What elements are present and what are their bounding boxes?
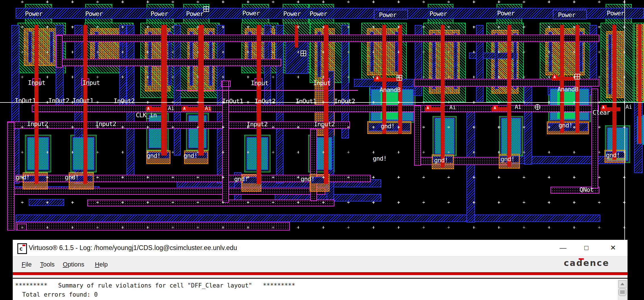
net-label: AnandB [380, 87, 400, 93]
grid-cross [397, 201, 400, 204]
grid-cross [222, 26, 224, 28]
grid-cross [96, 176, 99, 179]
grid-cross [322, 201, 325, 204]
pin-marker-A: A [602, 105, 607, 110]
grid-cross [422, 26, 425, 28]
metal2-pink-shape [591, 89, 598, 188]
grid-cross [498, 126, 500, 129]
grid-cross [347, 176, 350, 179]
metal2-pink-shape [414, 106, 421, 166]
net-label: Power [430, 11, 447, 17]
grid-cross [447, 51, 450, 53]
grid-cross [372, 101, 375, 104]
grid-cross [96, 26, 99, 28]
menu-options[interactable]: Options [63, 261, 84, 268]
grid-cross [372, 176, 375, 179]
title-bar[interactable]: c Virtuoso® 6.1.5 - Log: /home/youngj1/C… [13, 240, 628, 256]
menu-help[interactable]: Help [95, 261, 108, 268]
grid-cross [548, 1, 550, 3]
layout-canvas[interactable]: PowerPowerPowerPowerPowerPowerPowerPower… [0, 0, 644, 240]
grid-cross [21, 51, 24, 53]
net-label: gnd! [434, 157, 448, 163]
grid-cross [347, 1, 350, 3]
scroll-up-button[interactable] [618, 280, 626, 288]
grid-cross [397, 1, 400, 3]
grid-cross [21, 151, 24, 154]
net-label: InOut2 [48, 98, 69, 104]
grid-cross [197, 76, 199, 78]
grid-cross [347, 51, 350, 53]
scrollbar[interactable] [618, 280, 627, 300]
net-label: Input2 [247, 121, 267, 127]
grid-cross [322, 176, 325, 179]
metal1-blue-shape [524, 79, 532, 165]
grid-cross [623, 176, 626, 179]
grid-cross [523, 76, 525, 78]
close-button[interactable]: ✕ [610, 244, 616, 252]
grid-cross [347, 76, 350, 78]
grid-cross [498, 151, 500, 154]
pin-marker-Ai: Ai [205, 106, 211, 111]
grid-cross [222, 1, 224, 3]
pin-marker-Ai: Ai [515, 104, 521, 110]
metal2-pink-shape [7, 188, 325, 195]
net-label: InOut1 [222, 98, 243, 104]
grid-cross [397, 26, 400, 28]
net-label: InOut2 [114, 98, 134, 104]
grid-cross [523, 101, 525, 104]
grid-cross [322, 51, 325, 53]
grid-cross [121, 201, 124, 204]
menu-tools[interactable]: Tools [40, 261, 55, 268]
grid-cross [447, 1, 450, 3]
pin-marker-A: A [493, 106, 498, 110]
grid-cross [21, 126, 24, 129]
grid-cross [46, 226, 49, 229]
grid-cross [21, 26, 24, 28]
toolbar-strip [13, 275, 628, 279]
pin-marker-boxplus-icon [203, 6, 209, 12]
scroll-thumb[interactable] [618, 288, 626, 296]
grid-cross [322, 26, 325, 28]
grid-cross [121, 26, 124, 28]
pin-marker-boxplus-icon [301, 51, 306, 56]
grid-cross [372, 151, 375, 154]
net-label: CLK_in [136, 112, 157, 118]
grid-cross [347, 151, 350, 154]
grid-cross [322, 226, 325, 229]
grid-cross [498, 26, 500, 28]
net-label: QNot [580, 187, 593, 193]
grid-cross [222, 176, 224, 179]
grid-cross [548, 126, 550, 129]
menu-file[interactable]: File [22, 261, 32, 268]
grid-cross [598, 176, 601, 179]
grid-cross [422, 226, 425, 229]
grid-cross [197, 176, 199, 179]
grid-cross [422, 51, 425, 53]
grid-cross [46, 201, 49, 204]
grid-cross [21, 76, 24, 78]
net-label: Input [82, 80, 100, 86]
grid-cross [121, 176, 124, 179]
log-window: c Virtuoso® 6.1.5 - Log: /home/youngj1/C… [12, 240, 628, 300]
metal1-blue-bar [28, 32, 32, 62]
grid-cross [422, 201, 425, 204]
grid-cross [422, 126, 425, 129]
grid-cross [147, 76, 149, 78]
net-label: gnd! [65, 174, 79, 181]
grid-cross [96, 201, 99, 204]
grid-cross [422, 151, 425, 154]
net-label: gnd! [234, 176, 248, 182]
metal2-pink-shape [32, 105, 599, 112]
grid-cross [147, 51, 149, 53]
maximize-button[interactable]: □ [584, 244, 589, 252]
grid-cross [147, 176, 149, 179]
pin-marker-Ai: Ai [168, 106, 174, 111]
net-label: Input [251, 80, 268, 86]
grid-cross [548, 51, 550, 53]
net-label: Power [558, 12, 575, 18]
poly-red-shape [161, 25, 167, 156]
menu-red-divider [13, 272, 628, 275]
grid-cross [623, 101, 626, 104]
minimize-button[interactable]: — [560, 244, 566, 252]
grid-cross [172, 1, 174, 3]
